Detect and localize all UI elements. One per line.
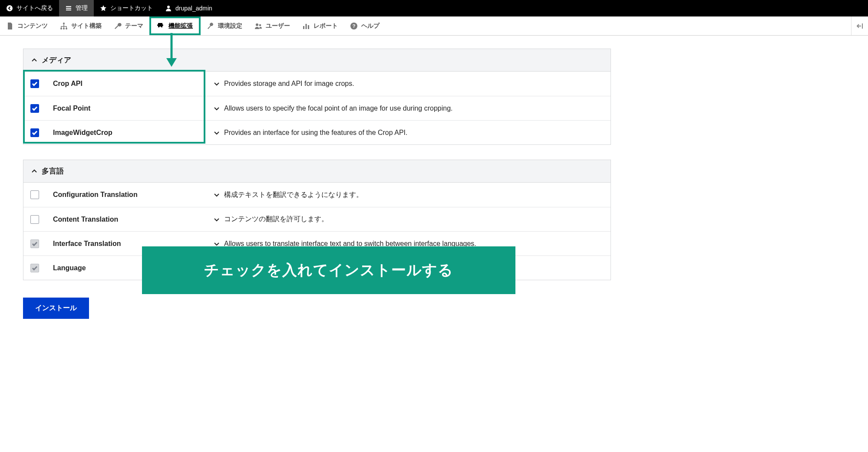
wrench-icon [114, 22, 122, 30]
chevron-down-icon [214, 192, 220, 198]
module-checkbox[interactable] [30, 190, 39, 199]
module-row: Content Translationコンテンツの翻訳を許可します。 [23, 207, 611, 231]
hamburger-icon [65, 5, 72, 12]
annotation-banner: チェックを入れてインストールする [142, 246, 515, 294]
svg-rect-9 [306, 24, 307, 29]
module-name: Crop API [53, 80, 214, 88]
admin-appearance[interactable]: テーマ [108, 16, 149, 35]
svg-text:?: ? [353, 23, 356, 29]
svg-point-2 [63, 23, 65, 24]
svg-point-5 [66, 28, 67, 29]
module-description: Provides storage and API for image crops… [224, 80, 354, 88]
topbar: サイトへ戻る 管理 ショートカット drupal_admin [0, 0, 868, 16]
module-description: Allows users to specify the focal point … [224, 105, 453, 112]
chevron-down-icon [214, 241, 220, 247]
collapse-icon [856, 22, 864, 30]
svg-point-7 [259, 24, 261, 26]
svg-point-6 [256, 23, 258, 26]
user-menu[interactable]: drupal_admin [159, 0, 218, 16]
chevron-down-icon [214, 81, 220, 87]
module-description-cell[interactable]: Provides storage and API for image crops… [214, 80, 604, 88]
annotation-banner-text: チェックを入れてインストールする [204, 260, 453, 280]
chevron-down-icon [214, 130, 220, 136]
admin-extend[interactable]: 機能拡張 [149, 16, 201, 35]
module-name: Configuration Translation [53, 191, 214, 199]
manage-toggle[interactable]: 管理 [59, 0, 94, 16]
admin-collapse[interactable] [851, 16, 868, 35]
manage-label: 管理 [76, 4, 88, 12]
module-row: Crop APIProvides storage and API for ima… [23, 72, 611, 96]
chart-icon [302, 22, 310, 30]
admin-content[interactable]: コンテンツ [0, 16, 54, 35]
file-icon [6, 22, 14, 30]
user-icon [165, 5, 172, 12]
module-description-cell[interactable]: コンテンツの翻訳を許可します。 [214, 215, 604, 224]
admin-reports-label: レポート [314, 22, 338, 30]
module-checkbox[interactable] [30, 128, 39, 137]
star-icon [100, 5, 107, 12]
section-media-header[interactable]: メディア [23, 49, 611, 72]
module-checkbox[interactable] [30, 104, 39, 113]
module-checkbox[interactable] [30, 79, 39, 88]
chevron-down-icon [214, 105, 220, 111]
content-area: メディア Crop APIProvides storage and API fo… [0, 36, 634, 345]
module-description-cell[interactable]: Provides an interface for using the feat… [214, 129, 604, 137]
svg-point-3 [60, 28, 62, 29]
svg-point-1 [167, 6, 170, 8]
section-media-title: メディア [42, 55, 71, 65]
section-multilang-title: 多言語 [42, 166, 64, 176]
media-module-list: Crop APIProvides storage and API for ima… [23, 72, 611, 145]
svg-rect-8 [303, 26, 304, 29]
admin-structure-label: サイト構築 [71, 22, 102, 30]
help-icon: ? [350, 22, 358, 30]
module-name: Content Translation [53, 216, 214, 223]
admin-config[interactable]: 環境設定 [201, 16, 248, 35]
admin-structure[interactable]: サイト構築 [54, 16, 108, 35]
module-description: Provides an interface for using the feat… [224, 129, 407, 137]
shortcuts[interactable]: ショートカット [94, 0, 159, 16]
admin-appearance-label: テーマ [125, 22, 143, 30]
user-label: drupal_admin [175, 5, 212, 12]
admin-reports[interactable]: レポート [296, 16, 344, 35]
module-description: コンテンツの翻訳を許可します。 [224, 215, 328, 224]
admin-config-label: 環境設定 [218, 22, 242, 30]
back-to-site-label: サイトへ戻る [17, 4, 53, 12]
chevron-up-icon [31, 168, 37, 174]
module-row: ImageWidgetCropProvides an interface for… [23, 120, 611, 144]
svg-point-0 [7, 5, 13, 11]
module-description-cell[interactable]: 構成テキストを翻訳できるようになります。 [214, 190, 604, 200]
module-row: Configuration Translation構成テキストを翻訳できるように… [23, 183, 611, 207]
adminbar: コンテンツ サイト構築 テーマ 機能拡張 環境設定 ユーザー レポート ? ヘル… [0, 16, 868, 36]
admin-help[interactable]: ? ヘルプ [344, 16, 386, 35]
svg-point-4 [63, 28, 65, 29]
people-icon [254, 22, 262, 30]
module-checkbox [30, 264, 39, 272]
admin-people[interactable]: ユーザー [248, 16, 296, 35]
chevron-up-icon [31, 57, 37, 63]
module-row: Focal PointAllows users to specify the f… [23, 96, 611, 120]
install-button[interactable]: インストール [23, 298, 89, 319]
svg-rect-10 [308, 25, 309, 29]
module-name: Focal Point [53, 105, 214, 112]
module-name: ImageWidgetCrop [53, 129, 214, 137]
chevron-down-icon [214, 216, 220, 223]
back-to-site[interactable]: サイトへ戻る [0, 0, 59, 16]
admin-content-label: コンテンツ [17, 22, 48, 30]
back-icon [6, 5, 13, 12]
wrench2-icon [207, 22, 215, 30]
module-checkbox[interactable] [30, 215, 39, 224]
section-multilang-header[interactable]: 多言語 [23, 160, 611, 183]
admin-people-label: ユーザー [266, 22, 290, 30]
puzzle-icon [157, 22, 165, 30]
structure-icon [60, 22, 68, 30]
shortcuts-label: ショートカット [110, 4, 153, 12]
module-description-cell[interactable]: Allows users to specify the focal point … [214, 105, 604, 112]
admin-help-label: ヘルプ [361, 22, 380, 30]
admin-extend-label: 機能拡張 [168, 22, 193, 30]
module-description: 構成テキストを翻訳できるようになります。 [224, 190, 363, 200]
module-checkbox [30, 239, 39, 248]
